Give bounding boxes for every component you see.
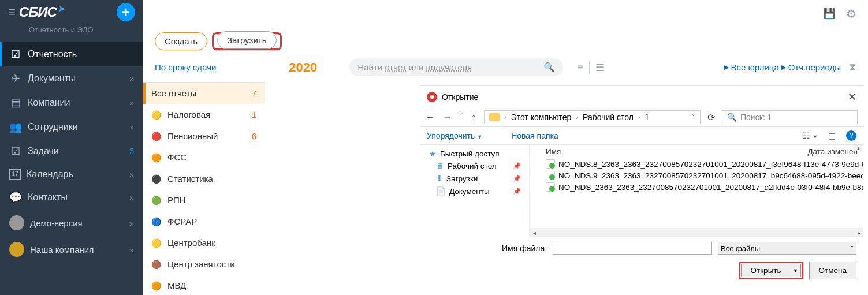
dialog-sidebar: ★ Быстрый доступ 🖥 Рабочий стол 📌 ⬇ Загр… [420,145,530,237]
hamburger-icon[interactable]: ≡ [8,5,16,20]
new-folder-button[interactable]: Новая папка [511,131,558,140]
nav-up-icon[interactable]: ↑ [471,112,476,122]
documents-icon: ✈ [9,72,22,85]
chevron-down-icon[interactable]: ˅ [692,114,695,121]
report-category-pension[interactable]: 🔴 Пенсионный 6 [143,125,265,147]
gear-icon[interactable]: ⚙ [846,7,856,21]
breadcrumb-item[interactable]: Этот компьютер [511,113,572,122]
dialog-title: Открытие [442,92,478,102]
employees-icon: 👥 [9,121,22,133]
filter-tab-by-deadline[interactable]: По сроку сдачи [155,62,216,72]
organize-menu[interactable]: Упорядочить ▼ [427,131,482,140]
sidebar-user[interactable]: Демо-версия » [0,210,143,236]
report-category-fss[interactable]: 🟠 ФСС [143,147,265,168]
sidebar-item-contacts[interactable]: 💬 Контакты » [0,185,143,210]
sidebar-item-label: Отчетность [28,49,77,59]
documents-icon: 📄 [436,186,446,196]
file-name: NO_NDS.9_2363_2363_2327008570232701001_2… [558,171,863,180]
category-label: Центробанк [167,238,215,248]
chevron-right-icon: » [129,74,134,83]
file-row[interactable]: NO_NDS.8_2363_2363_2327008570232701001_2… [530,158,863,170]
category-count: 1 [252,110,256,120]
report-category-centrobank[interactable]: 🟡 Центробанк [143,232,265,253]
calendar-icon: 17 [9,169,21,180]
view-mode-icon[interactable]: ☷ ▼ [803,131,818,140]
breadcrumb-bar[interactable]: › Этот компьютер › Рабочий стол › 1 ˅ [484,110,701,124]
breadcrumb-item[interactable]: Рабочий стол [583,113,634,122]
help-icon[interactable]: ? [846,130,856,141]
scroll-up-arrow[interactable]: ▴ [854,145,862,151]
pin-icon: 📌 [513,188,521,195]
breadcrumb-item[interactable]: 1 [645,113,650,122]
filename-label: Имя файла: [502,244,547,253]
side-item-desktop[interactable]: 🖥 Рабочий стол 📌 [423,160,526,172]
sidebar-org[interactable]: Наша компания » [0,236,143,263]
report-category-mvd[interactable]: 🟠 МВД [143,275,265,295]
chevron-right-icon: » [129,245,134,255]
periods-link[interactable]: Отч.периоды [788,62,841,72]
tasks-badge: 5 [129,147,134,156]
horizontal-scrollbar[interactable]: ◂▸ [530,228,863,237]
file-row[interactable]: NO_NDS_2363_2363_2327008570232701001_202… [530,181,863,193]
category-icon: 🟠 [151,281,163,290]
report-category-fsrar[interactable]: 🔵 ФСРАР [143,211,265,232]
sidebar-item-companies[interactable]: ▤ Компании » [0,91,143,115]
category-label: РПН [167,195,186,205]
column-date[interactable]: Дата изменен [807,147,858,156]
all-entities-link[interactable]: Все юрлица [731,62,779,72]
chevron-right-icon: » [129,98,134,107]
side-item-downloads[interactable]: ⬇ Загрузки 📌 [423,172,526,185]
cancel-button[interactable]: Отмена [809,262,856,279]
column-name[interactable]: Имя [546,147,561,156]
list-icon[interactable]: ☰ [595,61,605,74]
upload-button[interactable]: Загрузить [217,31,277,49]
category-label: МВД [167,281,186,290]
create-button[interactable]: Создать [155,32,207,50]
side-item-documents[interactable]: 📄 Документы 📌 [423,185,526,197]
category-label: Пенсионный [167,131,218,141]
chevron-right-icon: » [129,122,134,132]
search-input[interactable]: Найти отчет или получателя 🔍 [349,58,563,76]
category-icon: 🟡 [151,238,163,248]
preview-pane-icon[interactable]: ◫ [828,131,836,140]
add-button[interactable]: + [117,3,135,21]
contacts-icon: 💬 [9,191,22,204]
file-icon [546,171,555,180]
report-category-stat[interactable]: ⚫ Статистика [143,168,265,189]
refresh-icon[interactable]: ⟳ [707,112,715,123]
dialog-search-input[interactable]: 🔍 Поиск: 1 [722,110,858,124]
filename-input[interactable] [553,242,712,255]
category-label: ФСРАР [167,216,197,226]
sidebar-item-reports[interactable]: ☑ Отчетность [0,42,143,66]
folder-icon [489,113,500,121]
sidebar-item-employees[interactable]: 👥 Сотрудники » [0,115,143,139]
org-label: Наша компания [30,245,94,255]
sidebar-item-calendar[interactable]: 17 Календарь » [0,163,143,185]
funnel-icon[interactable]: ⧗ [849,61,856,73]
report-category-all[interactable]: Все отчеты 7 [143,83,265,104]
sidebar-subtitle: Отчетность и ЭДО [0,24,143,42]
report-category-rpn[interactable]: 🟢 РПН [143,189,265,211]
file-row[interactable]: NO_NDS.9_2363_2363_2327008570232701001_2… [530,170,863,181]
sidebar-item-tasks[interactable]: ☑ Задачи 5 [0,139,143,163]
report-categories: Все отчеты 7 🟡 Налоговая 1 🔴 Пенсионный … [143,82,265,295]
file-type-select[interactable]: Все файлы ˅ [718,242,856,255]
quick-access[interactable]: ★ Быстрый доступ [423,147,526,160]
year-label[interactable]: 2020 [289,60,317,75]
sidebar-item-documents[interactable]: ✈ Документы » [0,66,143,91]
category-label: Налоговая [167,110,210,120]
open-button[interactable]: Открыть [741,264,791,277]
sort-icon[interactable]: ≡ [577,61,583,74]
nav-history-icon[interactable]: ˅ [460,112,463,122]
sidebar: ≡ СБИС➤ + Отчетность и ЭДО ☑ Отчетность … [0,0,143,295]
star-icon: ★ [429,149,437,158]
opera-icon [427,92,437,102]
open-dropdown-icon[interactable]: ▼ [791,264,801,277]
nav-back-icon[interactable]: ← [426,112,435,122]
file-icon [546,182,555,192]
save-icon[interactable]: 💾 [823,7,836,20]
report-category-employment[interactable]: 🟤 Центр занятости [143,253,265,275]
search-icon[interactable]: 🔍 [543,62,555,73]
report-category-tax[interactable]: 🟡 Налоговая 1 [143,104,265,125]
close-icon[interactable]: ✕ [848,91,856,103]
